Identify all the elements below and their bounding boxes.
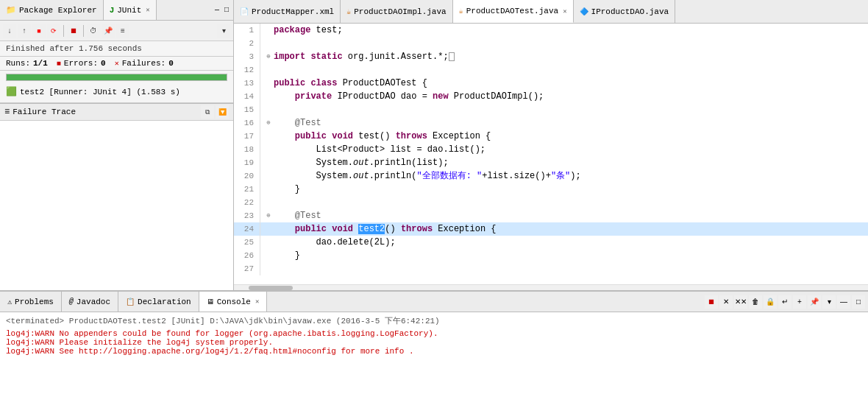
tab-close-icon[interactable]: ✕ [563, 7, 566, 15]
sep2 [83, 25, 84, 37]
problems-icon: ⚠ [7, 298, 12, 306]
code-line-17: 17 public void test() throws Exception { [234, 130, 868, 143]
scroll-lock-btn[interactable]: 🔒 [764, 295, 777, 309]
code-line-1: 1 package test; [234, 24, 868, 37]
code-line-12: 12 [234, 63, 868, 77]
code-line-26: 26 } [234, 249, 868, 262]
stop-btn[interactable]: ⏹ [67, 24, 80, 38]
tab-problems[interactable]: ⚠ Problems [0, 292, 62, 312]
code-line-22: 22 [234, 196, 868, 209]
bottom-panel: ⚠ Problems @ Javadoc 📋 Declaration 🖥 Con… [0, 290, 868, 408]
tab-iproduct-dao[interactable]: 🔷 IProductDAO.java [574, 0, 676, 23]
console-menu-btn[interactable]: ▾ [822, 295, 836, 309]
panel-tab-package-explorer[interactable]: 📁 Package Explorer [0, 0, 104, 20]
terminate-btn[interactable]: ⏹ [705, 295, 718, 309]
code-line-15: 15 [234, 103, 868, 116]
editor-tab-bar: 📄 ProductMapper.xml ☕ ProductDAOImpl.jav… [234, 0, 868, 24]
console-warn-line2: log4j:WARN Please initialize the log4j s… [6, 338, 862, 347]
console-close-icon[interactable]: ✕ [255, 298, 259, 306]
console-warn-line3: log4j:WARN See http://logging.apache.org… [6, 347, 862, 356]
maximize-bottom-btn[interactable]: □ [852, 295, 865, 309]
junit-label: JUnit [117, 6, 141, 15]
java-icon-2: ☕ [459, 7, 463, 15]
code-line-18: 18 List<Product> list = dao.list(); [234, 143, 868, 156]
junit-toolbar: ↓ ↑ ■ ⟳ ⏹ ⏱ 📌 ≡ ▾ [0, 21, 233, 41]
clear-console-btn[interactable]: 🗑 [749, 295, 762, 309]
tab-javadoc[interactable]: @ Javadoc [62, 292, 118, 312]
tab-product-dao-impl[interactable]: ☕ ProductDAOImpl.java [341, 0, 452, 23]
code-line-14: 14 private IProductDAO dao = new Product… [234, 90, 868, 103]
failure-trace-panel: ≡ Failure Trace ⧉ 🔽 [0, 102, 233, 290]
console-icon: 🖥 [207, 298, 214, 306]
view-menu-btn[interactable]: ▾ [217, 24, 230, 38]
layout-btn[interactable]: ≡ [116, 24, 129, 38]
failure-trace-tools: ⧉ 🔽 [201, 105, 229, 119]
interface-icon: 🔷 [580, 7, 588, 16]
pin-btn[interactable]: 📌 [102, 24, 115, 38]
next-failure-btn[interactable]: ↓ [3, 24, 16, 38]
hscroll-thumb[interactable] [249, 286, 293, 290]
horizontal-scrollbar[interactable] [234, 284, 868, 290]
code-line-24: 24 public void test2() throws Exception … [234, 222, 868, 236]
rerun-failed-btn[interactable]: ⟳ [47, 24, 60, 38]
junit-icon: J [110, 6, 115, 15]
code-line-25: 25 dao.delete(2L); [234, 236, 868, 249]
tab-product-mapper[interactable]: 📄 ProductMapper.xml [234, 0, 341, 23]
test-tree-item[interactable]: 🟩 test2 [Runner: JUnit 4] (1.583 s) [0, 84, 233, 99]
runs-stat: Runs: 1/1 [6, 59, 48, 68]
filter-trace-btn[interactable]: 🔽 [216, 105, 229, 119]
javadoc-icon: @ [69, 298, 74, 306]
rerun-btn[interactable]: ■ [32, 24, 46, 38]
code-content: 1 package test; 2 3 ⊕ import static org.… [234, 24, 868, 284]
junit-close-icon[interactable]: ✕ [146, 6, 149, 14]
failure-trace-label: ≡ Failure Trace [4, 107, 76, 117]
maximize-icon[interactable]: □ [223, 6, 230, 14]
code-line-2: 2 [234, 37, 868, 50]
code-editor[interactable]: 1 package test; 2 3 ⊕ import static org.… [234, 24, 868, 290]
test-pass-icon: 🟩 [6, 86, 17, 97]
remove-all-btn[interactable]: ✕✕ [734, 295, 747, 309]
console-toolbar: ⏹ ✕ ✕✕ 🗑 🔒 ↵ + 📌 ▾ — □ [705, 292, 868, 312]
failures-stat: ✕ Failures: 0 [115, 59, 174, 68]
code-line-27: 27 [234, 262, 868, 275]
failure-trace-body [0, 121, 233, 290]
console-warn-line1: log4j:WARN No appenders could be found f… [6, 329, 862, 338]
code-line-19: 19 System.out.println(list); [234, 156, 868, 169]
pin-console-btn[interactable]: 📌 [808, 295, 821, 309]
stats-row: Runs: 1/1 ■ Errors: 0 ✕ Failures: 0 [0, 57, 233, 71]
code-line-23: 23 ⊕ @Test [234, 209, 868, 222]
xml-icon: 📄 [240, 7, 249, 16]
console-terminated-line: <terminated> ProductDAOTest.test2 [JUnit… [6, 315, 862, 326]
bottom-tab-bar: ⚠ Problems @ Javadoc 📋 Declaration 🖥 Con… [0, 292, 868, 312]
package-explorer-icon: 📁 [6, 5, 16, 15]
tab-product-dao-test[interactable]: ☕ ProductDAOTest.java ✕ [453, 0, 574, 23]
code-line-21: 21 } [234, 183, 868, 196]
progress-fill [7, 74, 227, 80]
progress-bar [6, 74, 227, 81]
code-line-3: 3 ⊕ import static org.junit.Assert.*; [234, 50, 868, 63]
sep1 [63, 25, 64, 37]
panel-tab-bar: 📁 Package Explorer J JUnit ✕ — □ [0, 0, 233, 21]
copy-trace-btn[interactable]: ⧉ [201, 105, 214, 119]
left-panel: 📁 Package Explorer J JUnit ✕ — □ ↓ ↑ ■ ⟳ [0, 0, 234, 290]
package-explorer-label: Package Explorer [19, 6, 97, 15]
code-line-13: 13 public class ProductDAOTest { [234, 77, 868, 90]
history-btn[interactable]: ⏱ [87, 24, 100, 38]
java-icon-1: ☕ [346, 7, 351, 16]
code-line-16: 16 ⊕ @Test [234, 116, 868, 130]
panel-tab-junit[interactable]: J JUnit ✕ [104, 0, 157, 20]
status-line: Finished after 1.756 seconds [0, 41, 233, 57]
prev-failure-btn[interactable]: ↑ [18, 24, 31, 38]
word-wrap-btn[interactable]: ↵ [778, 295, 791, 309]
errors-stat: ■ Errors: 0 [57, 59, 106, 68]
failure-trace-header: ≡ Failure Trace ⧉ 🔽 [0, 103, 233, 121]
minimize-bottom-btn[interactable]: — [837, 295, 850, 309]
code-line-20: 20 System.out.println("全部数据有: "+list.siz… [234, 169, 868, 183]
remove-launch-btn[interactable]: ✕ [719, 295, 733, 309]
tab-console[interactable]: 🖥 Console ✕ [199, 292, 268, 312]
new-console-btn[interactable]: + [793, 295, 806, 309]
tab-declaration[interactable]: 📋 Declaration [118, 292, 199, 312]
editor-area: 📄 ProductMapper.xml ☕ ProductDAOImpl.jav… [234, 0, 868, 290]
declaration-icon: 📋 [126, 298, 135, 306]
minimize-icon[interactable]: — [213, 6, 221, 14]
